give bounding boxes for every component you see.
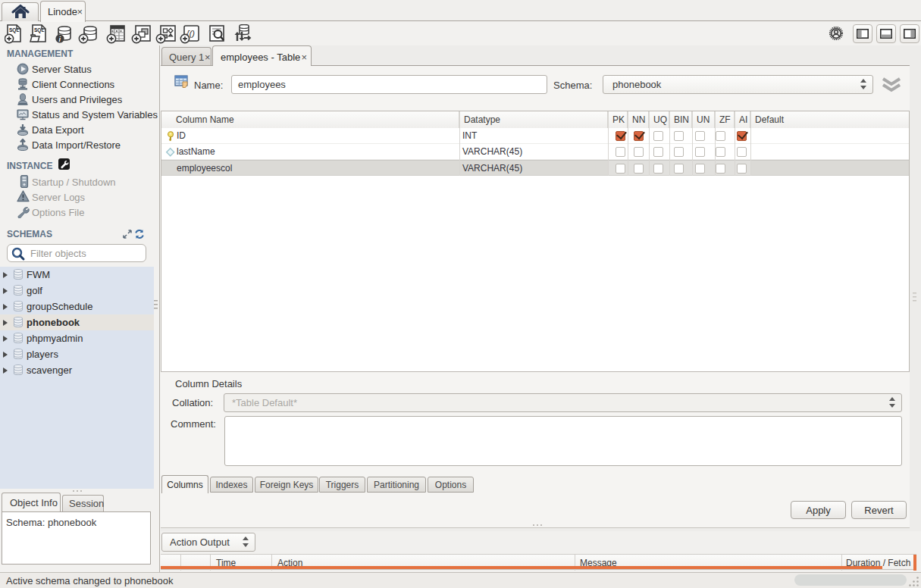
- svg-text:SQL: SQL: [34, 27, 44, 33]
- svg-text:SQL: SQL: [9, 27, 19, 33]
